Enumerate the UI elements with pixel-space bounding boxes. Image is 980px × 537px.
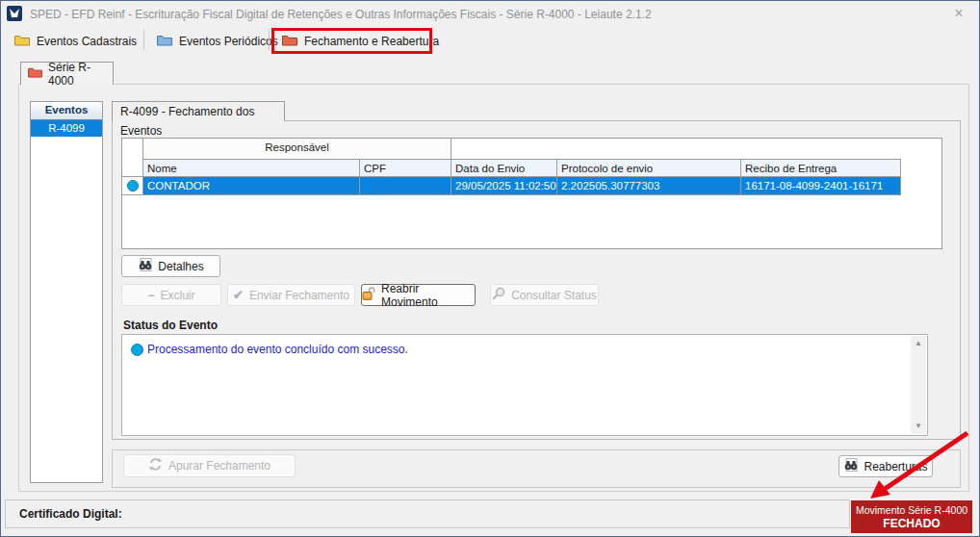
reaberturas-button[interactable]: Reaberturas <box>838 455 933 477</box>
magnifier-icon <box>492 287 505 303</box>
eventos-listbox: Eventos R-4099 <box>30 101 103 483</box>
button-label: Enviar Fechamento <box>249 289 349 302</box>
header-spacer <box>451 139 901 160</box>
toolbar-separator <box>269 30 270 50</box>
button-label: Consultar Status <box>511 289 597 302</box>
column-header-cpf[interactable]: CPF <box>360 160 451 177</box>
column-header-data-envio[interactable]: Data do Envio <box>451 160 557 177</box>
folder-blue-icon <box>157 34 172 49</box>
button-label: Reaberturas <box>864 460 927 473</box>
row-cell-data-envio[interactable]: 29/05/2025 11:02:50 <box>451 177 557 195</box>
folder-yellow-icon <box>14 34 30 49</box>
excluir-button[interactable]: − Excluir <box>121 284 221 306</box>
status-evento-label: Status do Evento <box>123 319 218 332</box>
movimento-fechado-badge: Movimento Série R-4000 FECHADO <box>851 500 972 533</box>
button-label: Detalhes <box>158 260 203 273</box>
scroll-down-icon[interactable]: ▼ <box>911 419 926 434</box>
binoculars-icon <box>843 458 858 474</box>
eventos-list-header: Eventos <box>31 102 102 120</box>
row-indicator-cell <box>122 177 143 195</box>
apurar-fechamento-button[interactable]: Apurar Fechamento <box>123 454 296 477</box>
badge-title: Movimento Série R-4000 <box>851 504 972 516</box>
indicator-column-header <box>122 139 143 177</box>
tab-label: Eventos Periódicos <box>179 35 278 48</box>
status-dot-icon <box>127 180 139 192</box>
minus-icon: − <box>147 289 154 302</box>
button-label: Excluir <box>161 289 195 302</box>
list-item-r4099[interactable]: R-4099 <box>31 120 102 137</box>
column-header-nome[interactable]: Nome <box>143 160 360 177</box>
column-header-recibo[interactable]: Recibo de Entrega <box>741 160 901 177</box>
tab-label: Série R-4000 <box>48 61 113 88</box>
button-label: Apurar Fechamento <box>168 459 271 473</box>
toolbar-separator <box>143 30 144 50</box>
app-window: SPED - EFD Reinf - Escrituração Fiscal D… <box>0 0 980 537</box>
column-group-responsavel: Responsável <box>143 139 451 160</box>
open-lock-icon <box>362 287 375 303</box>
close-icon[interactable]: × <box>948 4 969 23</box>
status-scrollbar[interactable]: ▲ ▼ <box>911 336 926 434</box>
column-header-protocolo[interactable]: Protocolo de envio <box>557 160 741 177</box>
status-evento-box: Processamento do evento concluído com su… <box>121 334 928 436</box>
status-message: Processamento do evento concluído com su… <box>147 343 408 356</box>
binoculars-icon <box>138 258 152 274</box>
consultar-status-button[interactable]: Consultar Status <box>490 284 599 306</box>
tab-label: Eventos Cadastrais <box>37 35 137 48</box>
row-cell-protocolo[interactable]: 2.202505.30777303 <box>557 177 741 195</box>
row-cell-recibo[interactable]: 16171-08-4099-2401-16171 <box>741 177 901 195</box>
tab-r4099-fechamento[interactable]: R-4099 - Fechamento dos Eventos <box>112 101 285 121</box>
button-label: Reabrir Movimento <box>381 282 475 309</box>
title-bar: SPED - EFD Reinf - Escrituração Fiscal D… <box>1 1 979 27</box>
window-title: SPED - EFD Reinf - Escrituração Fiscal D… <box>30 8 652 21</box>
scroll-up-icon[interactable]: ▲ <box>911 336 926 351</box>
recycle-icon <box>148 458 163 473</box>
check-icon: ✔ <box>233 288 244 302</box>
status-dot-icon <box>131 344 143 356</box>
tab-label: Fechamento e Reabertura <box>304 35 439 48</box>
reabrir-movimento-button[interactable]: Reabrir Movimento <box>361 284 476 306</box>
row-cell-cpf[interactable] <box>360 177 451 195</box>
folder-red-icon <box>282 34 297 49</box>
eventos-table: Responsável Nome CPF Data do Envio Proto… <box>121 138 942 249</box>
certificado-digital-label: Certificado Digital: <box>19 507 122 521</box>
badge-status: FECHADO <box>851 517 972 530</box>
tab-serie-r4000[interactable]: Série R-4000 <box>20 62 114 85</box>
row-cell-nome[interactable]: CONTADOR <box>143 177 360 195</box>
certificado-digital-box: Certificado Digital: <box>5 499 850 528</box>
tab-eventos-periodicos[interactable]: Eventos Periódicos <box>157 31 278 51</box>
enviar-fechamento-button[interactable]: ✔ Enviar Fechamento <box>227 284 355 306</box>
folder-red-icon <box>28 66 42 81</box>
tab-fechamento-reabertura[interactable]: Fechamento e Reabertura <box>282 31 439 51</box>
app-logo-icon <box>7 6 22 21</box>
detalhes-button[interactable]: Detalhes <box>121 255 220 277</box>
tab-eventos-cadastrais[interactable]: Eventos Cadastrais <box>14 31 137 51</box>
